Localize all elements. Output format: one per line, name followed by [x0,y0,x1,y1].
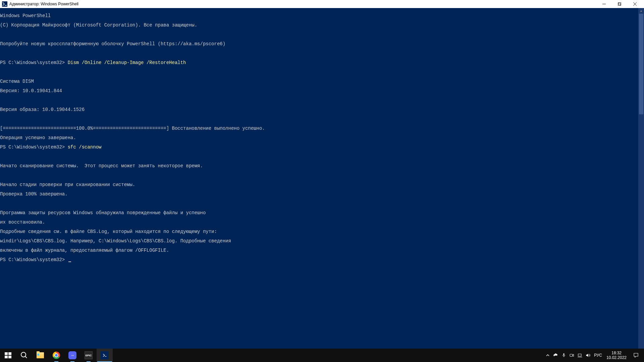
powershell-icon [2,1,7,7]
scroll-thumb[interactable] [639,14,643,114]
output-line: включены в файл журнала, предоставляемый… [0,248,644,253]
output-line: Проверка 100% завершена. [0,192,644,196]
chrome-icon [52,351,60,359]
prompt-command: sfc /scannow [68,144,102,150]
output-line [0,51,644,56]
scroll-up-button[interactable]: ▲ [638,8,644,14]
output-line: windir\Logs\CBS\CBS.log. Например, C:\Wi… [0,239,644,243]
start-button[interactable] [0,349,16,362]
search-button[interactable] [16,349,32,362]
system-tray: РУС 18:32 10.02.2022 [544,349,644,362]
prompt-path: PS C:\Windows\system32> [0,257,68,262]
language-indicator[interactable]: РУС [592,349,604,362]
prompt-line: PS C:\Windows\system32> Dism /Online /Cl… [0,60,644,65]
taskbar: EPIC РУС 18:32 10.02.2022 [0,349,644,362]
epic-games-icon: EPIC [85,351,93,359]
taskbar-discord[interactable] [64,349,80,362]
output-line [0,98,644,103]
folder-icon [36,351,44,359]
output-line: [==========================100.0%=======… [0,126,644,131]
windows-icon [4,351,12,359]
output-line: Windows PowerShell [0,13,644,18]
clock[interactable]: 18:32 10.02.2022 [604,351,629,360]
powershell-taskbar-icon [101,351,109,359]
cursor [68,261,71,262]
output-line [0,173,644,178]
prompt-path: PS C:\Windows\system32> [0,60,68,65]
prompt-line: PS C:\Windows\system32> sfc /scannow [0,145,644,149]
output-line [0,201,644,206]
volume-icon[interactable] [584,349,592,362]
svg-rect-7 [5,356,8,358]
output-line: Начато сканирование системы. Этот процес… [0,164,644,168]
scrollbar[interactable]: ▲ ▼ [638,8,644,354]
clock-date: 10.02.2022 [606,355,627,360]
svg-rect-6 [8,352,11,355]
onedrive-icon[interactable] [552,349,559,362]
svg-rect-8 [8,356,11,358]
output-line: Операция успешно завершена. [0,135,644,140]
output-line: Начало стадии проверки при сканировании … [0,182,644,187]
output-line: Подробные сведения см. в файле CBS.Log, … [0,229,644,234]
svg-rect-2 [619,2,621,5]
window-title: Администратор: Windows PowerShell [9,2,78,6]
svg-rect-12 [570,354,573,357]
minimize-button[interactable] [596,0,612,8]
taskbar-powershell[interactable] [97,349,113,362]
svg-line-10 [25,356,27,358]
svg-rect-1 [618,3,621,6]
microphone-icon[interactable] [560,349,568,362]
output-line: Попробуйте новую кроссплатформенную обол… [0,42,644,46]
discord-icon [68,351,76,359]
output-line [0,70,644,74]
powershell-window: Администратор: Windows PowerShell Window… [0,0,644,354]
output-line [0,154,644,159]
output-line: Cистема DISM [0,79,644,84]
output-line: (C) Корпорация Майкрософт (Microsoft Cor… [0,23,644,27]
tray-overflow-button[interactable] [544,349,551,362]
prompt-line: PS C:\Windows\system32> [0,257,644,262]
terminal-output[interactable]: Windows PowerShell (C) Корпорация Майкро… [0,8,644,354]
maximize-button[interactable] [612,0,627,8]
taskbar-chrome[interactable] [48,349,64,362]
output-line: Версия: 10.0.19041.844 [0,88,644,93]
svg-rect-11 [564,353,565,356]
output-line [0,32,644,37]
meet-now-icon[interactable] [568,349,576,362]
svg-point-9 [21,352,26,357]
prompt-path: PS C:\Windows\system32> [0,144,68,150]
svg-rect-5 [5,352,8,355]
svg-rect-13 [578,354,581,356]
close-button[interactable] [627,0,643,8]
network-icon[interactable] [576,349,584,362]
taskbar-file-explorer[interactable] [32,349,48,362]
output-line: Программа защиты ресурсов Windows обнару… [0,210,644,215]
output-line: их восстановила. [0,220,644,225]
clock-time: 18:32 [611,351,622,355]
action-center-button[interactable] [629,352,643,358]
output-line: Версия образа: 10.0.19044.1526 [0,107,644,112]
search-icon [20,351,28,359]
output-line [0,117,644,121]
scroll-track[interactable] [638,114,644,348]
titlebar[interactable]: Администратор: Windows PowerShell [0,0,644,8]
taskbar-epic-games[interactable]: EPIC [80,349,97,362]
prompt-command: Dism /Online /Cleanup-Image /RestoreHeal… [68,60,186,65]
